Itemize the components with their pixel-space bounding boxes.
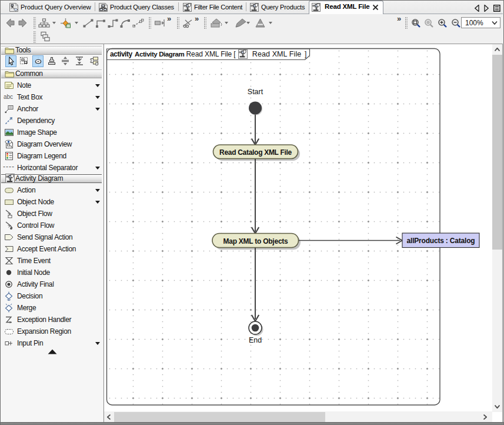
svg-text:Activity Diagram: Activity Diagram xyxy=(135,51,185,58)
svg-text:]: ] xyxy=(305,50,306,58)
svg-text:Start: Start xyxy=(248,88,263,96)
svg-text:Read XML File: Read XML File xyxy=(252,50,302,58)
svg-text:Map XML to Objects: Map XML to Objects xyxy=(223,237,289,245)
svg-text:Read XML File [: Read XML File [ xyxy=(186,50,236,58)
svg-text:allProducts : Catalog: allProducts : Catalog xyxy=(407,237,475,245)
svg-text:End: End xyxy=(249,336,262,344)
svg-text:Read Catalog XML File: Read Catalog XML File xyxy=(219,148,292,157)
svg-text:activity: activity xyxy=(110,50,133,58)
